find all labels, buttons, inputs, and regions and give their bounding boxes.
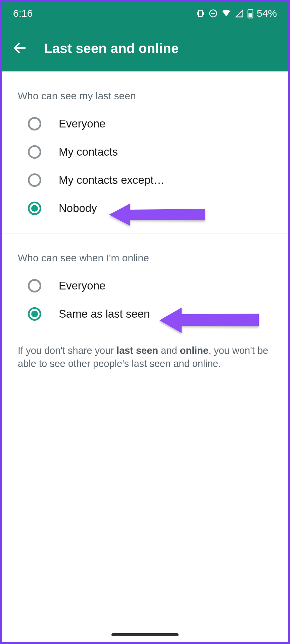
status-right: ! 54% <box>196 8 277 19</box>
radio-icon <box>28 173 41 187</box>
option-label: My contacts except… <box>59 174 164 186</box>
battery-percent: 54% <box>257 8 277 19</box>
page-title: Last seen and online <box>44 41 179 56</box>
section-last-seen: Who can see my last seen Everyone My con… <box>2 71 288 229</box>
option-everyone-online[interactable]: Everyone <box>2 272 288 300</box>
help-text-segment: If you don't share your <box>18 345 116 356</box>
status-time: 6:16 <box>13 8 33 19</box>
radio-icon <box>28 145 41 159</box>
option-label: Everyone <box>59 117 105 130</box>
back-button[interactable] <box>10 38 30 58</box>
content: Who can see my last seen Everyone My con… <box>2 71 288 642</box>
option-label: Nobody <box>59 202 97 215</box>
option-everyone-lastseen[interactable]: Everyone <box>2 110 288 138</box>
option-label: My contacts <box>59 146 118 158</box>
svg-rect-0 <box>198 10 202 17</box>
option-same-as-lastseen-online[interactable]: Same as last seen <box>2 300 288 328</box>
signal-icon: ! <box>235 9 244 18</box>
option-label: Everyone <box>59 279 105 292</box>
svg-text:!: ! <box>241 14 242 18</box>
vibrate-icon <box>196 9 205 18</box>
option-mycontacts-lastseen[interactable]: My contacts <box>2 138 288 166</box>
dnd-icon <box>208 9 218 18</box>
battery-icon <box>247 8 253 18</box>
arrow-left-icon <box>12 40 28 57</box>
svg-rect-7 <box>249 9 251 10</box>
section-title-last-seen: Who can see my last seen <box>2 84 288 110</box>
help-text-bold: last seen <box>116 345 158 356</box>
section-title-online: Who can see when I'm online <box>2 246 288 272</box>
nav-handle[interactable] <box>111 633 179 636</box>
wifi-icon <box>221 9 231 18</box>
app-bar: Last seen and online <box>2 25 288 71</box>
option-label: Same as last seen <box>59 308 150 320</box>
radio-icon <box>28 117 41 130</box>
option-nobody-lastseen[interactable]: Nobody <box>2 194 288 222</box>
privacy-help-text: If you don't share your last seen and on… <box>2 335 288 374</box>
radio-icon <box>28 279 41 292</box>
option-mycontacts-except-lastseen[interactable]: My contacts except… <box>2 166 288 194</box>
help-text-segment: and <box>158 345 180 356</box>
radio-icon <box>28 202 41 215</box>
help-text-bold: online <box>180 345 208 356</box>
section-online: Who can see when I'm online Everyone Sam… <box>2 233 288 335</box>
radio-icon <box>28 307 41 321</box>
status-bar: 6:16 <box>2 2 288 25</box>
svg-rect-8 <box>248 13 252 17</box>
